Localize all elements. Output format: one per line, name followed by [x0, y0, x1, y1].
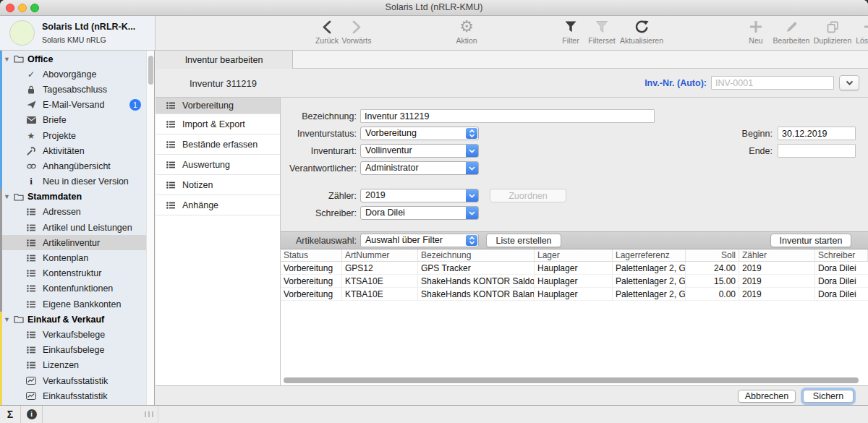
subnav-panel: Vorbereitung Import & Export Bestände er…: [156, 98, 281, 385]
column-header[interactable]: Schreiber: [815, 249, 868, 262]
disclosure-triangle-icon[interactable]: ▼: [4, 193, 10, 200]
save-button[interactable]: Sichern: [803, 390, 854, 403]
sidebar-item-neu-in-version[interactable]: i Neu in dieser Version: [0, 174, 146, 189]
beginn-label: Beginn:: [715, 129, 773, 139]
sidebar-section-office[interactable]: ▼ Office: [0, 51, 146, 67]
beginn-input[interactable]: [778, 127, 856, 140]
envelope-icon: [25, 116, 37, 124]
table-header-row: Status ArtNummer Bezeichnung Lager Lager…: [281, 249, 868, 262]
folder-icon: [13, 55, 25, 63]
section-color-office: [0, 51, 2, 189]
sidebar-item-projekte[interactable]: ★ Projekte: [0, 128, 146, 143]
sidebar: ▼ Office ✓ Abovorgänge Tagesabschluss E-…: [0, 51, 155, 405]
list-icon: [165, 141, 176, 148]
sidebar-item-einkaufsbelege[interactable]: Einkaufsbelege: [0, 343, 146, 358]
artikelauswahl-bar: Artikelauswahl: Auswahl über Filter List…: [281, 231, 868, 249]
stepper-chevrons-icon: [466, 235, 477, 246]
main-panel: Inventur bearbeiten Inventur 311219 Inv.…: [156, 51, 868, 405]
ende-input[interactable]: [778, 144, 856, 158]
inventory-table: Status ArtNummer Bezeichnung Lager Lager…: [281, 249, 868, 385]
sidebar-section-stammdaten[interactable]: ▼ Stammdaten: [0, 189, 146, 205]
inventurstatus-select[interactable]: Vorbereitung: [360, 127, 479, 140]
zuordnen-button[interactable]: Zuordnen: [490, 189, 566, 202]
list-icon: [165, 181, 176, 189]
table-row[interactable]: Vorbereitung KTSA10E ShakeHands KONTOR S…: [281, 275, 868, 288]
sidebar-item-artikelinventur[interactable]: Artikelinventur: [0, 235, 146, 250]
company-avatar[interactable]: [9, 20, 35, 46]
schreiber-select[interactable]: Dora Dilei: [360, 206, 479, 220]
inv-nr-input[interactable]: [711, 76, 834, 90]
verantwortlicher-select[interactable]: Administrator: [360, 161, 479, 175]
column-header[interactable]: ArtNummer: [342, 249, 418, 262]
sidebar-item-kontenplan[interactable]: Kontenplan: [0, 250, 146, 265]
toolbar: Zurück Vorwärts ⚙ Aktion Filter Filterse…: [156, 16, 868, 51]
section-color-stammdaten: [0, 189, 2, 312]
sidebar-item-artikel-leistungen[interactable]: Artikel und Leistungen: [0, 220, 146, 235]
sidebar-item-aktivitaeten[interactable]: Aktivitäten: [0, 143, 146, 158]
delete-button[interactable]: Löschen: [848, 17, 868, 45]
column-header[interactable]: Soll: [686, 249, 739, 262]
info-icon: i: [25, 176, 37, 187]
sidebar-item-einkaufsstatistik[interactable]: Einkaufsstatistik: [0, 388, 146, 403]
chevron-down-icon: [466, 145, 478, 157]
sum-button[interactable]: Σ: [0, 406, 21, 423]
bezeichnung-input[interactable]: [360, 109, 655, 123]
list-icon: [165, 102, 176, 109]
horizontal-scrollbar-thumb[interactable]: [284, 377, 859, 383]
sidebar-item-eigene-bankkonten[interactable]: Eigene Bankkonten: [0, 296, 146, 312]
inv-nr-dropdown-button[interactable]: [839, 75, 859, 90]
action-button[interactable]: ⚙ Aktion: [441, 17, 492, 45]
table-row[interactable]: Vorbereitung KTBA10E ShakeHands KONTOR B…: [281, 288, 868, 301]
verantwortlicher-label: Verantwortlicher:: [284, 163, 357, 174]
chevron-down-icon: [466, 162, 478, 174]
disclosure-triangle-icon[interactable]: ▼: [4, 316, 10, 323]
splitter-grip[interactable]: [145, 411, 153, 417]
column-header[interactable]: Zähler: [739, 249, 815, 262]
tab-bar: Inventur bearbeiten: [156, 51, 868, 69]
sidebar-item-verkaufsstatistik[interactable]: Verkaufsstatistik: [0, 373, 146, 388]
sidebar-item-lizenzen[interactable]: Lizenzen: [0, 358, 146, 373]
zaehler-select[interactable]: 2019: [360, 189, 479, 202]
sidebar-section-einkauf-verkauf[interactable]: ▼ Einkauf & Verkauf: [0, 312, 146, 327]
column-header[interactable]: Status: [281, 249, 342, 262]
sidebar-item-verkaufsbelege[interactable]: Verkaufsbelege: [0, 327, 146, 342]
sidebar-item-tagesabschluss[interactable]: Tagesabschluss: [0, 82, 146, 97]
disclosure-triangle-icon[interactable]: ▼: [4, 56, 10, 63]
sidebar-item-briefe[interactable]: Briefe: [0, 113, 146, 128]
subnav-item-vorbereitung[interactable]: Vorbereitung: [156, 98, 280, 114]
sidebar-item-abovorgaenge[interactable]: ✓ Abovorgänge: [0, 67, 146, 82]
artikelauswahl-select[interactable]: Auswahl über Filter: [360, 234, 479, 247]
column-header[interactable]: Lager: [535, 249, 613, 262]
forward-button[interactable]: Vorwärts: [335, 17, 378, 45]
sidebar-scrollbar[interactable]: [146, 51, 154, 405]
column-header[interactable]: Bezeichnung: [418, 249, 535, 262]
status-bar: Σ i: [0, 405, 868, 423]
sidebar-scrollbar-thumb[interactable]: [148, 56, 153, 85]
list-icon: [25, 362, 37, 369]
column-header[interactable]: Lagerreferenz: [613, 249, 686, 262]
sidebar-item-anhanguebersicht[interactable]: Anhangübersicht: [0, 158, 146, 174]
cancel-button[interactable]: Abbrechen: [738, 390, 796, 403]
subnav-item-anhaenge[interactable]: Anhänge: [156, 195, 280, 215]
sidebar-item-email-versand[interactable]: E-Mail-Versand 1: [0, 98, 146, 113]
sidebar-item-kontenstruktur[interactable]: Kontenstruktur: [0, 266, 146, 281]
subnav-item-notizen[interactable]: Notizen: [156, 175, 280, 195]
subnav-item-auswertung[interactable]: Auswertung: [156, 155, 280, 175]
info-button[interactable]: i: [21, 406, 43, 423]
sidebar-item-kontenfunktionen[interactable]: Kontenfunktionen: [0, 281, 146, 296]
tab-inventur-bearbeiten[interactable]: Inventur bearbeiten: [156, 51, 293, 69]
account-header: Solaris Ltd (nRLR-K... Solaris KMU nRLG: [0, 16, 156, 51]
refresh-button[interactable]: Aktualisieren: [613, 17, 671, 45]
liste-erstellen-button[interactable]: Liste erstellen: [486, 234, 561, 247]
chevron-down-icon: [466, 207, 478, 219]
sidebar-item-adressen[interactable]: Adressen: [0, 205, 146, 220]
inventur-starten-button[interactable]: Inventur starten: [770, 234, 851, 247]
subnav-item-bestaende-erfassen[interactable]: Bestände erfassen: [156, 134, 280, 155]
inventurart-label: Inventurart:: [284, 146, 357, 156]
check-icon: ✓: [25, 69, 37, 80]
chart-icon: [25, 377, 37, 385]
inventurart-select[interactable]: Vollinventur: [360, 144, 479, 158]
table-row[interactable]: Vorbereitung GPS12 GPS Tracker Hauplager…: [281, 262, 868, 275]
list-icon: [165, 161, 176, 168]
subnav-item-import-export[interactable]: Import & Export: [156, 114, 280, 134]
